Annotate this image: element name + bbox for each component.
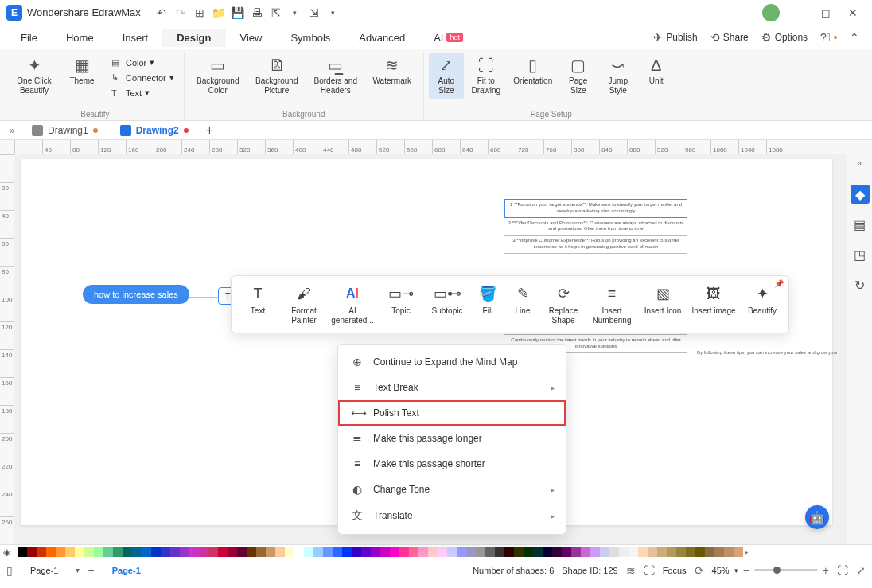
- color-swatch[interactable]: [113, 547, 123, 557]
- color-swatch[interactable]: [581, 547, 590, 557]
- color-swatch[interactable]: [103, 547, 113, 557]
- layers-icon[interactable]: ≋: [626, 564, 636, 577]
- oneclick-beautify-button[interactable]: ✦One Click Beautify: [11, 53, 57, 99]
- menu-file[interactable]: File: [6, 29, 52, 47]
- help-button[interactable]: ?⃝: [814, 31, 843, 44]
- color-swatch[interactable]: [65, 547, 75, 557]
- insert-numbering-button[interactable]: ≡Insert Numbering: [586, 281, 637, 328]
- print-button[interactable]: 🖶: [249, 5, 265, 21]
- color-swatch[interactable]: [380, 547, 390, 557]
- focus-label[interactable]: Focus: [663, 566, 687, 575]
- autosize-button[interactable]: ⤢Auto Size: [429, 53, 464, 99]
- color-swatch[interactable]: [84, 547, 94, 557]
- color-swatch[interactable]: [399, 547, 409, 557]
- color-swatch[interactable]: [323, 547, 333, 557]
- fill-button[interactable]: 🪣Fill: [470, 281, 505, 328]
- color-swatch[interactable]: [619, 547, 629, 557]
- refresh-icon[interactable]: ⟳: [695, 564, 704, 577]
- user-avatar[interactable]: [762, 4, 780, 21]
- pagesize-button[interactable]: ▢Page Size: [559, 53, 598, 99]
- replace-shape-button[interactable]: ⟳Replace Shape: [540, 281, 586, 328]
- palette-more[interactable]: ▸: [745, 548, 753, 556]
- color-swatch[interactable]: [600, 547, 609, 557]
- menu-make-shorter[interactable]: ≡Make this passage shorter: [338, 451, 566, 477]
- zoom-slider[interactable]: [754, 569, 818, 571]
- color-swatch[interactable]: [418, 547, 428, 557]
- color-button[interactable]: ▤Color ▾: [107, 56, 179, 69]
- color-swatch[interactable]: [247, 547, 256, 557]
- color-swatch[interactable]: [161, 547, 170, 557]
- menu-translate[interactable]: 文Translate▸: [338, 502, 566, 529]
- color-swatch[interactable]: [648, 547, 657, 557]
- color-swatch[interactable]: [123, 547, 132, 557]
- connector-button[interactable]: ↳Connector ▾: [107, 71, 179, 84]
- color-swatch[interactable]: [695, 547, 705, 557]
- collapse-sidebar-icon[interactable]: «: [857, 158, 862, 169]
- bgpic-button[interactable]: 🖻Background Picture: [248, 53, 306, 99]
- color-swatch[interactable]: [562, 547, 571, 557]
- qat-dropdown-2[interactable]: ▾: [325, 5, 341, 21]
- color-swatch[interactable]: [46, 547, 56, 557]
- zoom-out-button[interactable]: −: [743, 564, 749, 577]
- color-swatch[interactable]: [552, 547, 562, 557]
- import-button[interactable]: ⇲: [306, 5, 322, 21]
- menu-polish-text[interactable]: ⟷Polish Text: [338, 400, 566, 426]
- menu-insert[interactable]: Insert: [108, 29, 163, 47]
- color-swatch[interactable]: [438, 547, 447, 557]
- color-swatch[interactable]: [352, 547, 361, 557]
- minimize-button[interactable]: —: [786, 3, 812, 22]
- color-swatch[interactable]: [571, 547, 581, 557]
- menu-text-break[interactable]: ≡Text Break▸: [338, 375, 566, 400]
- page-layout-icon[interactable]: ▯: [6, 564, 13, 577]
- color-swatch[interactable]: [676, 547, 686, 557]
- theme-button[interactable]: ▦Theme: [59, 53, 105, 89]
- qat-dropdown[interactable]: ▾: [287, 5, 303, 21]
- fit-drawing-button[interactable]: ⛶Fit to Drawing: [465, 53, 507, 99]
- color-swatch[interactable]: [504, 547, 514, 557]
- mindmap-root-node[interactable]: how to increase sales: [83, 285, 189, 304]
- color-swatch[interactable]: [37, 547, 46, 557]
- color-swatch[interactable]: [266, 547, 275, 557]
- color-swatch[interactable]: [629, 547, 638, 557]
- share-button[interactable]: ⟲Share: [704, 31, 755, 44]
- menu-symbols[interactable]: Symbols: [276, 29, 345, 47]
- color-swatch[interactable]: [342, 547, 352, 557]
- color-swatch[interactable]: [285, 547, 294, 557]
- color-swatch[interactable]: [428, 547, 438, 557]
- history-panel-button[interactable]: ↻: [851, 275, 870, 294]
- color-swatch[interactable]: [18, 547, 27, 557]
- comments-panel-button[interactable]: ◳: [851, 245, 870, 264]
- color-swatch[interactable]: [75, 547, 84, 557]
- menu-advanced[interactable]: Advanced: [345, 29, 419, 47]
- expand-tabs-icon[interactable]: »: [3, 125, 21, 136]
- line-button[interactable]: ✎Line: [505, 281, 540, 328]
- color-swatch[interactable]: [476, 547, 485, 557]
- outline-panel-button[interactable]: ▤: [851, 215, 870, 234]
- color-swatch[interactable]: [256, 547, 266, 557]
- color-swatch[interactable]: [533, 547, 543, 557]
- color-swatch[interactable]: [485, 547, 495, 557]
- color-swatch[interactable]: [361, 547, 371, 557]
- color-swatch[interactable]: [132, 547, 142, 557]
- menu-ai[interactable]: AIhot: [419, 29, 477, 47]
- orientation-button[interactable]: ▯Orientation: [508, 53, 558, 89]
- color-swatch[interactable]: [237, 547, 247, 557]
- color-swatch[interactable]: [189, 547, 199, 557]
- color-swatch[interactable]: [447, 547, 457, 557]
- color-swatch[interactable]: [27, 547, 37, 557]
- fullscreen-icon[interactable]: ⤢: [856, 564, 866, 577]
- topic-button[interactable]: ▭⊸Topic: [378, 281, 424, 328]
- fit-window-icon[interactable]: ⛶: [837, 564, 848, 577]
- publish-button[interactable]: ✈Publish: [647, 31, 703, 44]
- color-swatch[interactable]: [142, 547, 151, 557]
- doc-tab-drawing2[interactable]: Drawing2: [109, 121, 200, 140]
- zoom-value[interactable]: 45%: [712, 566, 730, 575]
- open-button[interactable]: 📁: [211, 5, 227, 21]
- color-swatch[interactable]: [590, 547, 600, 557]
- pin-icon[interactable]: 📌: [774, 279, 784, 288]
- options-button[interactable]: ⚙Options: [755, 31, 814, 44]
- color-swatch[interactable]: [409, 547, 418, 557]
- doc-tab-drawing1[interactable]: Drawing1: [21, 121, 109, 140]
- close-button[interactable]: ✕: [840, 3, 866, 22]
- focus-icon[interactable]: ⛶: [644, 564, 655, 577]
